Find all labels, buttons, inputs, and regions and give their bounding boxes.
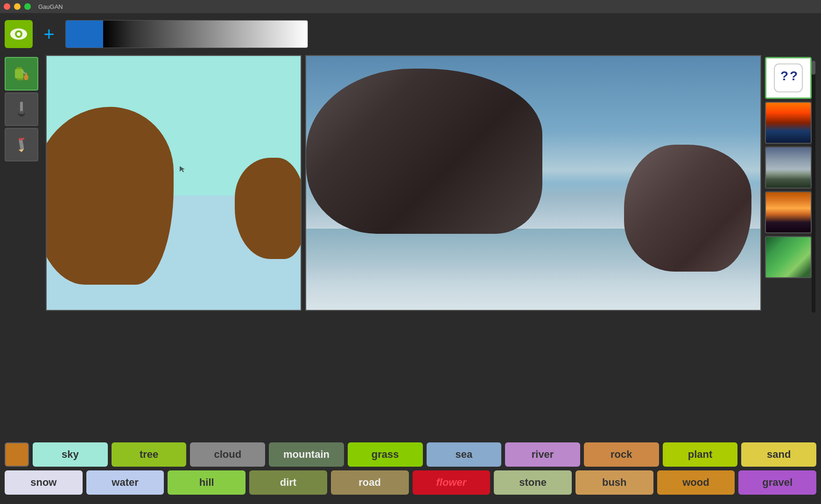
- gan-rock-right: [624, 145, 751, 272]
- label-sand[interactable]: sand: [741, 442, 816, 467]
- svg-text:?: ?: [780, 69, 788, 83]
- color-bar[interactable]: [65, 20, 308, 48]
- label-flower[interactable]: flower: [413, 470, 491, 495]
- selected-color-swatch: [66, 21, 103, 48]
- label-water[interactable]: water: [86, 470, 164, 495]
- right-thumbnails-panel: ? ?: [765, 55, 816, 439]
- wave-preview: [766, 237, 811, 277]
- labels-row-2: snow water hill dirt road flower stone b…: [5, 470, 816, 495]
- label-wood[interactable]: wood: [657, 470, 735, 495]
- current-color-swatch[interactable]: [5, 442, 29, 467]
- thumbnail-clouds[interactable]: [765, 147, 812, 189]
- canvas-rock-blob-left: [46, 107, 174, 285]
- svg-rect-3: [15, 69, 23, 78]
- label-river[interactable]: river: [505, 442, 580, 467]
- svg-point-2: [17, 32, 21, 36]
- brush-tool-button[interactable]: [5, 92, 38, 126]
- thumbnail-sunset[interactable]: [765, 102, 812, 144]
- close-button[interactable]: [4, 3, 10, 10]
- label-sea[interactable]: sea: [427, 442, 502, 467]
- label-stone[interactable]: stone: [494, 470, 572, 495]
- pencil-tool-button[interactable]: [5, 128, 38, 161]
- label-cloud[interactable]: cloud: [190, 442, 265, 467]
- fill-tool-button[interactable]: [5, 57, 38, 91]
- toolbar: +: [0, 13, 821, 55]
- label-hill[interactable]: hill: [168, 470, 246, 495]
- gan-output-panel: [305, 55, 761, 311]
- clouds-preview: [766, 147, 811, 188]
- svg-marker-4: [16, 67, 22, 69]
- color-gradient-bar[interactable]: [103, 21, 308, 48]
- label-sky[interactable]: sky: [33, 442, 108, 467]
- thumbnail-wave[interactable]: [765, 236, 812, 278]
- left-tools: [5, 55, 42, 439]
- label-bush[interactable]: bush: [575, 470, 653, 495]
- app-title: GauGAN: [38, 3, 63, 10]
- maximize-button[interactable]: [24, 3, 31, 10]
- sunset-preview: [766, 103, 811, 143]
- add-button[interactable]: +: [37, 20, 61, 48]
- minimize-button[interactable]: [14, 3, 21, 10]
- sunset2-preview: [766, 192, 811, 232]
- label-gravel[interactable]: gravel: [738, 470, 816, 495]
- svg-marker-7: [24, 72, 28, 77]
- thumbnail-sunset2[interactable]: [765, 191, 812, 233]
- label-road[interactable]: road: [331, 470, 409, 495]
- svg-rect-9: [20, 102, 23, 112]
- svg-rect-11: [19, 111, 24, 114]
- gan-rock-left: [306, 69, 542, 234]
- titlebar: GauGAN: [0, 0, 821, 13]
- main-content: ? ?: [0, 55, 821, 439]
- dice-icon: ? ?: [766, 58, 810, 98]
- thumbnail-random[interactable]: ? ?: [765, 57, 812, 99]
- svg-text:?: ?: [790, 69, 798, 83]
- svg-marker-13: [19, 149, 25, 153]
- label-tree[interactable]: tree: [112, 442, 187, 467]
- nvidia-logo[interactable]: [5, 20, 33, 48]
- label-mountain[interactable]: mountain: [269, 442, 344, 467]
- label-rock[interactable]: rock: [584, 442, 659, 467]
- label-snow[interactable]: snow: [5, 470, 83, 495]
- labels-area: sky tree cloud mountain grass sea river …: [0, 439, 821, 504]
- drawing-canvas[interactable]: [46, 55, 302, 311]
- svg-rect-5: [17, 78, 23, 80]
- label-grass[interactable]: grass: [348, 442, 423, 467]
- labels-row-1: sky tree cloud mountain grass sea river …: [5, 442, 816, 467]
- label-plant[interactable]: plant: [663, 442, 738, 467]
- gan-output-scene: [306, 56, 760, 310]
- canvas-rock-blob-right: [235, 158, 302, 259]
- label-dirt[interactable]: dirt: [249, 470, 327, 495]
